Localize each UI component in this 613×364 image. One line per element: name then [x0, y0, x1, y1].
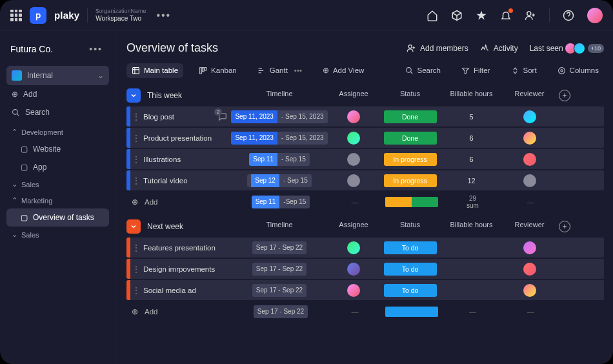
- col-assignee[interactable]: Assignee: [328, 90, 379, 101]
- status-cell[interactable]: In progress: [379, 153, 441, 166]
- cube-icon[interactable]: [451, 10, 463, 21]
- view-main-table[interactable]: Main table: [126, 63, 183, 78]
- task-name[interactable]: Features presentation: [142, 244, 231, 252]
- timeline-cell[interactable]: Sep 11, 2023- Sep 15, 2023: [231, 132, 328, 145]
- drag-handle[interactable]: ⋮: [130, 176, 142, 185]
- company-menu-icon[interactable]: •••: [86, 41, 105, 57]
- reviewer-cell[interactable]: [502, 241, 557, 254]
- org-switcher[interactable]: $organizationName Workspace Two: [95, 8, 146, 23]
- table-row[interactable]: ⋮ Features presentation Sep 17 - Sep 22 …: [126, 238, 604, 258]
- hours-cell[interactable]: 6: [441, 156, 502, 163]
- apps-icon[interactable]: [10, 10, 22, 21]
- sidebar-add[interactable]: ⊕Add: [6, 85, 109, 103]
- status-cell[interactable]: Done: [379, 132, 441, 145]
- table-row[interactable]: ⋮ Design imrpovements Sep 17 - Sep 22 To…: [126, 259, 604, 279]
- table-row[interactable]: ⋮ Tutorial video Sep 12- Sep 15 In progr…: [126, 170, 604, 190]
- status-cell[interactable]: To do: [379, 241, 441, 254]
- view-kanban[interactable]: Kanban: [194, 63, 242, 78]
- filter-button[interactable]: Filter: [456, 63, 496, 78]
- sidebar-item-overview[interactable]: ▢Overview of tasks: [6, 208, 109, 227]
- sidebar-item-app[interactable]: ▢App: [6, 158, 109, 176]
- task-name[interactable]: Blog post2: [142, 112, 231, 121]
- comment-icon[interactable]: 2: [218, 112, 227, 121]
- group-name[interactable]: This week: [147, 91, 231, 100]
- drag-handle[interactable]: ⋮: [130, 286, 142, 295]
- table-row[interactable]: ⋮ Blog post2 Sep 11, 2023- Sep 15, 2023 …: [126, 106, 604, 126]
- task-name[interactable]: Design imrpovements: [142, 265, 231, 273]
- drag-handle[interactable]: ⋮: [130, 155, 142, 164]
- reviewer-cell[interactable]: [502, 110, 557, 123]
- assignee-cell[interactable]: [328, 174, 379, 187]
- col-timeline[interactable]: Timeline: [231, 90, 328, 101]
- group-development[interactable]: ⌃Development: [6, 124, 109, 140]
- user-avatar[interactable]: [587, 8, 603, 23]
- hours-cell[interactable]: 12: [441, 177, 502, 185]
- activity-button[interactable]: Activity: [480, 43, 518, 53]
- collapse-button[interactable]: [126, 88, 141, 103]
- add-column-button[interactable]: +: [559, 90, 570, 101]
- invite-icon[interactable]: [525, 10, 536, 21]
- reviewer-cell[interactable]: [502, 153, 557, 166]
- star-icon[interactable]: [476, 10, 487, 21]
- timeline-cell[interactable]: Sep 17 - Sep 22: [231, 284, 328, 297]
- assignee-cell[interactable]: [328, 241, 379, 254]
- status-cell[interactable]: To do: [379, 284, 441, 297]
- group-sales-2[interactable]: ⌄Sales: [6, 227, 109, 243]
- add-view-button[interactable]: ⊕Add View: [317, 63, 369, 78]
- assignee-cell[interactable]: [328, 284, 379, 297]
- reviewer-cell[interactable]: [502, 132, 557, 145]
- sidebar-item-website[interactable]: ▢Website: [6, 140, 109, 158]
- add-row[interactable]: ⊕ Add Sep 17 - Sep 22 — — —: [126, 301, 604, 321]
- drag-handle[interactable]: ⋮: [130, 265, 142, 274]
- help-icon[interactable]: [563, 10, 574, 21]
- assignee-cell[interactable]: [328, 153, 379, 166]
- col-status[interactable]: Status: [379, 90, 441, 101]
- space-selector[interactable]: Internal ⌄: [6, 66, 109, 85]
- col-hours[interactable]: Billable hours: [441, 90, 502, 101]
- drag-handle[interactable]: ⋮: [130, 243, 142, 252]
- view-gantt[interactable]: Gantt•••: [252, 63, 307, 78]
- reviewer-cell[interactable]: [502, 263, 557, 276]
- timeline-cell[interactable]: Sep 17 - Sep 22: [231, 241, 328, 254]
- assignee-cell[interactable]: [328, 263, 379, 276]
- more-icon[interactable]: •••: [154, 7, 174, 24]
- home-icon[interactable]: [427, 10, 438, 21]
- add-row[interactable]: ⊕ Add Sep 11- Sep 15 — 29sum —: [126, 192, 604, 212]
- logo-icon[interactable]: 𝗉: [30, 7, 46, 24]
- assignee-cell[interactable]: [328, 110, 379, 123]
- status-cell[interactable]: Done: [379, 110, 441, 123]
- status-cell[interactable]: To do: [379, 263, 441, 276]
- group-sales-1[interactable]: ⌄Sales: [6, 176, 109, 192]
- sidebar-search[interactable]: Search: [6, 103, 109, 121]
- timeline-cell[interactable]: Sep 17 - Sep 22: [231, 263, 328, 276]
- table-row[interactable]: ⋮ Social media ad Sep 17 - Sep 22 To do: [126, 280, 604, 300]
- table-row[interactable]: ⋮ Illustrations Sep 11- Sep 15 In progre…: [126, 149, 604, 169]
- task-name[interactable]: Illustrations: [142, 156, 231, 163]
- col-reviewer[interactable]: Reviewer: [502, 90, 557, 101]
- task-name[interactable]: Social media ad: [142, 287, 231, 294]
- status-cell[interactable]: In progress: [379, 174, 441, 187]
- hours-cell[interactable]: 6: [441, 134, 502, 142]
- hours-cell[interactable]: 5: [441, 113, 502, 121]
- drag-handle[interactable]: ⋮: [130, 112, 142, 121]
- add-members-button[interactable]: Add members: [407, 43, 468, 53]
- task-name[interactable]: Tutorial video: [142, 177, 231, 185]
- search-button[interactable]: Search: [400, 63, 446, 78]
- group-marketing[interactable]: ⌃Marketing: [6, 192, 109, 208]
- reviewer-cell[interactable]: [502, 174, 557, 187]
- assignee-cell[interactable]: [328, 132, 379, 145]
- timeline-cell[interactable]: Sep 11, 2023- Sep 15, 2023: [231, 110, 328, 123]
- timeline-cell[interactable]: Sep 11- Sep 15: [231, 153, 328, 166]
- table-row[interactable]: ⋮ Product presentation Sep 11, 2023- Sep…: [126, 128, 604, 148]
- columns-button[interactable]: Columns: [552, 63, 604, 78]
- reviewer-cell[interactable]: [502, 284, 557, 297]
- last-seen[interactable]: Last seen +10: [530, 43, 604, 54]
- add-column-button[interactable]: +: [559, 221, 570, 232]
- collapse-button[interactable]: [126, 219, 141, 234]
- timeline-cell[interactable]: Sep 12- Sep 15: [231, 174, 328, 187]
- drag-handle[interactable]: ⋮: [130, 134, 142, 143]
- task-name[interactable]: Product presentation: [142, 134, 231, 142]
- sort-button[interactable]: Sort: [506, 63, 542, 78]
- bell-icon[interactable]: [500, 10, 512, 21]
- group-name[interactable]: Next week: [147, 222, 231, 231]
